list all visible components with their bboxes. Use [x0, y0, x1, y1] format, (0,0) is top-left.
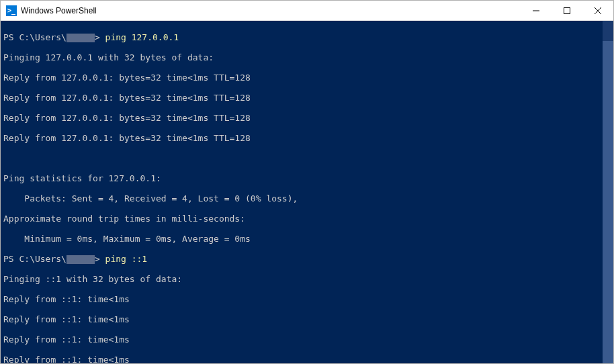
command-text: ping 127.0.0.1: [105, 32, 179, 42]
output-line: Reply from ::1: time<1ms: [3, 294, 611, 304]
prompt-line: PS C:\Users\> ping ::1: [3, 254, 611, 264]
output-line: Ping statistics for 127.0.0.1:: [3, 173, 611, 183]
terminal-output[interactable]: PS C:\Users\> ping 127.0.0.1 Pinging 127…: [1, 21, 613, 363]
output-line: Reply from 127.0.0.1: bytes=32 time<1ms …: [3, 73, 611, 83]
prompt-line: PS C:\Users\> ping 127.0.0.1: [3, 32, 611, 42]
output-line: Packets: Sent = 4, Received = 4, Lost = …: [3, 193, 611, 203]
minimize-button[interactable]: [521, 1, 552, 20]
output-line: Reply from 127.0.0.1: bytes=32 time<1ms …: [3, 133, 611, 143]
output-line: Reply from 127.0.0.1: bytes=32 time<1ms …: [3, 113, 611, 123]
output-blank: [3, 153, 611, 163]
powershell-icon: >_: [6, 5, 17, 16]
output-line: Reply from ::1: time<1ms: [3, 334, 611, 345]
output-line: Minimum = 0ms, Maximum = 0ms, Average = …: [3, 234, 611, 244]
command-text: ping ::1: [105, 254, 148, 264]
output-line: Reply from ::1: time<1ms: [3, 314, 611, 324]
redacted-username: [67, 255, 95, 264]
prompt-suffix: >: [95, 32, 100, 42]
output-line: Reply from ::1: time<1ms: [3, 355, 611, 363]
prompt-prefix: PS C:\Users\: [3, 32, 67, 42]
redacted-username: [67, 34, 95, 42]
svg-rect-1: [564, 7, 570, 13]
output-line: Approximate round trip times in milli-se…: [3, 214, 611, 224]
prompt-prefix: PS C:\Users\: [3, 254, 67, 264]
maximize-button[interactable]: [552, 1, 582, 20]
scrollbar-thumb[interactable]: [603, 41, 613, 363]
prompt-suffix: >: [95, 254, 100, 264]
vertical-scrollbar[interactable]: [603, 21, 613, 363]
output-line: Pinging 127.0.0.1 with 32 bytes of data:: [3, 52, 611, 62]
window-titlebar[interactable]: >_ Windows PowerShell: [1, 1, 613, 21]
close-button[interactable]: [582, 1, 613, 20]
output-line: Pinging ::1 with 32 bytes of data:: [3, 274, 611, 284]
output-line: Reply from 127.0.0.1: bytes=32 time<1ms …: [3, 93, 611, 103]
window-controls: [521, 1, 613, 20]
window-title: Windows PowerShell: [21, 6, 521, 15]
